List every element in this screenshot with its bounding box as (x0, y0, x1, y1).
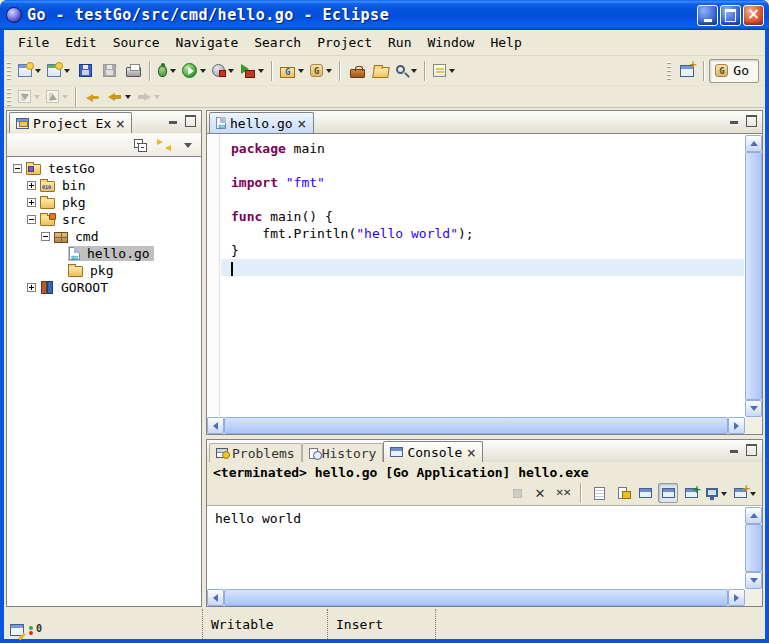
tree-item-pkg-src[interactable]: pkg (7, 262, 201, 279)
scrollbar-thumb[interactable] (224, 589, 728, 606)
menu-navigate[interactable]: Navigate (168, 32, 247, 53)
tree-item-testgo[interactable]: testGo (7, 160, 201, 177)
scrollbar-thumb[interactable] (745, 524, 762, 572)
tree-item-src[interactable]: src (7, 211, 201, 228)
scroll-up-button[interactable] (745, 507, 762, 524)
editor-horizontal-scrollbar[interactable] (207, 417, 745, 434)
last-edit-location-button[interactable] (81, 87, 105, 107)
show-console-on-stdout-button[interactable] (635, 483, 655, 503)
fast-view-button[interactable] (10, 624, 24, 636)
scroll-up-button[interactable] (745, 135, 762, 152)
tree-item-pkg[interactable]: pkg (7, 194, 201, 211)
tree-item-hello-go[interactable]: hello.go (7, 245, 201, 262)
tab-history[interactable]: History (302, 443, 384, 462)
console-output[interactable]: hello world (207, 506, 744, 588)
minimize-view-button[interactable] (726, 114, 741, 127)
editor-tab-hello-go[interactable]: hello.go (209, 112, 314, 133)
maximize-view-button[interactable] (183, 114, 198, 127)
tree-item-bin[interactable]: bin (7, 177, 201, 194)
collapse-expander-icon[interactable] (13, 164, 22, 173)
open-console-button[interactable] (732, 483, 758, 503)
expand-expander-icon[interactable] (27, 181, 36, 190)
mark-occurrences-button[interactable] (430, 59, 458, 83)
menu-source[interactable]: Source (105, 32, 168, 53)
scroll-down-button[interactable] (745, 572, 762, 589)
menu-run[interactable]: Run (380, 32, 419, 53)
search-button[interactable] (393, 59, 420, 83)
maximize-button[interactable] (720, 5, 741, 26)
titlebar[interactable]: Go - testGo/src/cmd/hello.go - Eclipse (0, 0, 769, 30)
profile-button[interactable] (209, 59, 237, 83)
toolbox-button[interactable] (345, 59, 369, 83)
collapse-expander-icon[interactable] (41, 232, 50, 241)
menu-help[interactable]: Help (482, 32, 529, 53)
run-button[interactable] (179, 59, 209, 83)
minimize-button[interactable] (697, 5, 718, 26)
debug-button[interactable] (155, 59, 179, 83)
terminate-button[interactable] (507, 483, 527, 503)
tab-problems[interactable]: Problems (209, 443, 302, 462)
scroll-right-button[interactable] (728, 589, 745, 606)
maximize-view-button[interactable] (744, 443, 759, 456)
save-all-button[interactable] (97, 59, 121, 83)
expand-expander-icon[interactable] (27, 283, 36, 292)
close-icon[interactable] (297, 116, 307, 131)
expand-expander-icon[interactable] (27, 198, 36, 207)
remove-all-terminated-button[interactable]: ✕✕ (553, 483, 573, 503)
scroll-left-button[interactable] (207, 417, 224, 434)
maximize-view-button[interactable] (744, 114, 759, 127)
back-button[interactable] (105, 87, 134, 107)
go-perspective-button[interactable]: Go (709, 59, 759, 83)
clear-console-button[interactable] (589, 483, 609, 503)
new-go-element-button[interactable] (44, 59, 73, 83)
forward-button[interactable] (134, 87, 163, 107)
scroll-lock-button[interactable] (612, 483, 632, 503)
previous-annotation-button[interactable] (43, 87, 71, 107)
status-counter-icon[interactable] (28, 623, 44, 636)
next-annotation-button[interactable] (15, 87, 43, 107)
collapse-expander-icon[interactable] (27, 215, 36, 224)
scrollbar-thumb[interactable] (224, 417, 728, 434)
link-with-editor-button[interactable] (154, 135, 174, 155)
new-go-project-button[interactable] (277, 59, 307, 83)
pin-console-button[interactable] (681, 483, 701, 503)
tab-console[interactable]: Console (383, 441, 483, 462)
close-icon[interactable] (115, 116, 125, 131)
tree-item-cmd[interactable]: cmd (7, 228, 201, 245)
perspective-bar-grip[interactable] (667, 62, 671, 80)
minimize-view-button[interactable] (726, 443, 741, 456)
save-button[interactable] (73, 59, 97, 83)
open-perspective-button[interactable] (675, 59, 699, 83)
editor-vertical-scrollbar[interactable] (745, 135, 762, 417)
console-vertical-scrollbar[interactable] (745, 507, 762, 589)
annotation-ruler[interactable] (207, 134, 220, 416)
view-menu-button[interactable] (178, 135, 198, 155)
code-editor[interactable]: package main import "fmt" func main() { … (221, 134, 744, 416)
collapse-all-button[interactable] (130, 135, 150, 155)
remove-launch-button[interactable]: ✕ (530, 483, 550, 503)
external-tools-button[interactable] (237, 59, 267, 83)
new-wizard-button[interactable] (15, 59, 44, 83)
open-folder-button[interactable] (369, 59, 393, 83)
toolbar-grip[interactable] (7, 88, 11, 106)
menu-window[interactable]: Window (419, 32, 482, 53)
scroll-right-button[interactable] (728, 417, 745, 434)
minimize-view-button[interactable] (165, 114, 180, 127)
scroll-left-button[interactable] (207, 589, 224, 606)
menu-file[interactable]: File (10, 32, 57, 53)
tree-item-goroot[interactable]: GOROOT (7, 279, 201, 296)
scroll-down-button[interactable] (745, 400, 762, 417)
scrollbar-thumb[interactable] (745, 152, 762, 400)
console-horizontal-scrollbar[interactable] (207, 589, 745, 606)
show-console-on-stderr-button[interactable] (658, 483, 678, 503)
close-button[interactable] (743, 5, 764, 26)
close-icon[interactable] (466, 445, 476, 460)
go-commands-button[interactable] (307, 59, 335, 83)
menu-search[interactable]: Search (246, 32, 309, 53)
toolbar-grip[interactable] (7, 62, 11, 80)
project-tree[interactable]: testGo bin pkg src (7, 156, 201, 606)
print-button[interactable] (121, 59, 145, 83)
project-explorer-tab[interactable]: Project Ex (9, 112, 132, 133)
menu-project[interactable]: Project (309, 32, 380, 53)
display-selected-console-button[interactable] (704, 483, 729, 503)
